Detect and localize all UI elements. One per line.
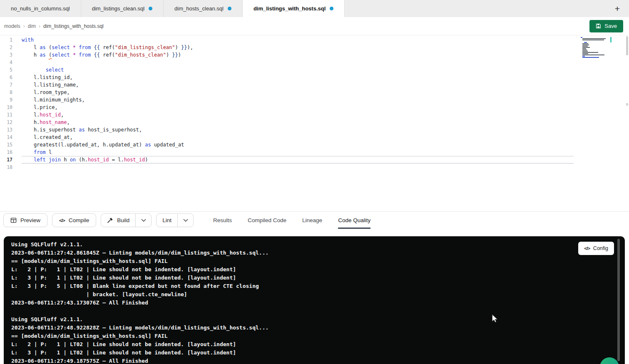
- code-token: [22, 67, 46, 73]
- minimap-line: [582, 57, 599, 58]
- code-line[interactable]: 9 l.minimum_nights,: [0, 96, 629, 104]
- breadcrumb-item-dim[interactable]: dim: [28, 23, 36, 29]
- code-token: l.created_at,: [22, 134, 73, 140]
- code-brackets-icon: </>: [59, 218, 65, 223]
- code-text: l.host_id,: [22, 111, 574, 119]
- lint-dropdown-button[interactable]: [177, 214, 193, 227]
- code-token: "dim_hosts_clean": [115, 52, 166, 58]
- editor-tab-dim-listings-clean-sql[interactable]: dim_listings_clean.sql: [81, 0, 164, 17]
- config-button[interactable]: </> Config: [578, 242, 614, 255]
- compile-button[interactable]: </> Compile: [52, 213, 96, 227]
- minimap-line: [582, 45, 589, 45]
- code-token: (h.: [76, 157, 88, 163]
- code-token: from: [79, 45, 91, 50]
- code-token: [22, 157, 34, 163]
- panel-tab-lineage[interactable]: Lineage: [302, 212, 322, 229]
- panel-tab-compiled-code[interactable]: Compiled Code: [248, 212, 286, 229]
- code-line[interactable]: 11 l.host_id,: [0, 111, 629, 119]
- terminal-line: 2023-06-06T11:27:42.861845Z — Linting mo…: [11, 249, 617, 257]
- editor-scrollbar-thumb[interactable]: [626, 36, 628, 55]
- code-token: h: [22, 52, 40, 58]
- save-button-label: Save: [604, 23, 617, 29]
- build-button[interactable]: Build: [101, 214, 135, 227]
- minimap[interactable]: [581, 37, 610, 59]
- code-token: select: [46, 67, 64, 73]
- minimap-line: [582, 48, 586, 49]
- code-token: ): [178, 52, 181, 58]
- editor-tab-no-nulls-in-columns-sql[interactable]: no_nulls_in_columns.sql: [0, 0, 81, 17]
- code-token: l.room_type,: [22, 89, 70, 95]
- new-tab-button[interactable]: +: [612, 3, 622, 14]
- preview-button[interactable]: Preview: [3, 213, 47, 227]
- code-token: ),: [187, 45, 193, 50]
- panel-tab-results[interactable]: Results: [213, 212, 232, 229]
- code-line[interactable]: 14 l.created_at,: [0, 134, 629, 141]
- code-token: as: [40, 45, 45, 50]
- code-line[interactable]: 8 l.room_type,: [0, 89, 629, 96]
- editor-tab-dim-listings-with-hosts-sql[interactable]: dim_listings_with_hosts.sql: [243, 0, 345, 17]
- terminal-line: [11, 307, 617, 315]
- breadcrumb-item-dim-listings-with-hosts-sql[interactable]: dim_listings_with_hosts.sql: [43, 23, 104, 29]
- code-token: left join: [34, 157, 61, 163]
- tab-bar-tabs: no_nulls_in_columns.sqldim_listings_clea…: [0, 0, 345, 17]
- minimap-line: [581, 41, 610, 42]
- terminal-line: L: 2 | P: 1 | LT02 | Line should not be …: [11, 340, 617, 349]
- minimap-line: [581, 37, 582, 38]
- terminal-scrollbar-thumb[interactable]: [617, 239, 620, 361]
- code-token: [46, 52, 49, 58]
- breadcrumb-item-models[interactable]: models: [4, 23, 20, 29]
- code-token: h.is_superhost: [22, 127, 79, 133]
- code-line[interactable]: 16 from l: [0, 149, 629, 156]
- minimap-line: [582, 52, 598, 53]
- code-line[interactable]: 10 l.price,: [0, 104, 629, 111]
- code-text: greatest(l.updated_at, h.updated_at) as …: [22, 141, 574, 149]
- code-token: ref(: [100, 52, 115, 58]
- code-line[interactable]: 18: [0, 163, 629, 171]
- code-text: h.is_superhost as host_is_superhost,: [22, 126, 574, 134]
- code-token: from: [34, 149, 46, 155]
- code-line[interactable]: 17 left join h on (h.host_id = l.host_id…: [0, 156, 629, 163]
- code-line[interactable]: 7 l.listing_name,: [0, 81, 629, 89]
- lint-split-button: Lint: [156, 213, 194, 227]
- terminal-line: | bracket. [layout.cte_newline]: [11, 290, 617, 299]
- line-number: 11: [0, 111, 12, 119]
- code-token: l: [22, 45, 40, 50]
- code-text: h as (select * from {{ ref("dim_hosts_cl…: [22, 51, 574, 59]
- code-line[interactable]: 13 h.is_superhost as host_is_superhost,: [0, 126, 629, 134]
- code-line[interactable]: 12 h.host_name,: [0, 119, 629, 126]
- code-line[interactable]: 6 l.listing_id,: [0, 74, 629, 81]
- code-token: ,: [61, 112, 64, 118]
- code-editor[interactable]: 1with2 l as (select * from {{ ref("dim_l…: [0, 35, 629, 212]
- panel-tab-code-quality[interactable]: Code Quality: [338, 212, 370, 229]
- line-number: 18: [0, 163, 12, 171]
- code-text: [22, 59, 574, 66]
- code-line[interactable]: 1with: [0, 36, 629, 44]
- code-line[interactable]: 15 greatest(l.updated_at, h.updated_at) …: [0, 141, 629, 149]
- breadcrumb-bar: models›dim›dim_listings_with_hosts.sql S…: [0, 17, 629, 35]
- line-number: 7: [0, 81, 12, 89]
- code-token: greatest(l.updated_at, h.updated_at): [22, 142, 145, 148]
- line-number: 16: [0, 149, 12, 156]
- line-number: 17: [0, 156, 12, 163]
- line-number: 10: [0, 104, 12, 111]
- breadcrumb: models›dim›dim_listings_with_hosts.sql: [4, 23, 104, 29]
- code-line[interactable]: 4: [0, 59, 629, 66]
- code-line[interactable]: 5 select: [0, 66, 629, 74]
- lint-button-label: Lint: [162, 217, 172, 223]
- code-token: as: [145, 142, 151, 148]
- dbt-cloud-ide: no_nulls_in_columns.sqldim_listings_clea…: [0, 0, 629, 364]
- code-token: *: [73, 45, 76, 50]
- lint-button[interactable]: Lint: [157, 214, 177, 227]
- save-button[interactable]: Save: [589, 20, 623, 32]
- code-token: with: [22, 37, 34, 43]
- chevron-down-icon: [183, 219, 188, 222]
- code-line[interactable]: 2 l as (select * from {{ ref("dim_listin…: [0, 44, 629, 51]
- minimap-line: [582, 43, 588, 44]
- editor-tab-dim-hosts-clean-sql[interactable]: dim_hosts_clean.sql: [164, 0, 243, 17]
- build-dropdown-button[interactable]: [135, 214, 151, 227]
- chevron-down-icon: [141, 219, 146, 222]
- minimap-line: [582, 50, 587, 50]
- code-line[interactable]: 3 h as (select * from {{ ref("dim_hosts_…: [0, 51, 629, 59]
- code-token: [70, 45, 73, 50]
- unsaved-changes-dot-icon: [149, 7, 152, 10]
